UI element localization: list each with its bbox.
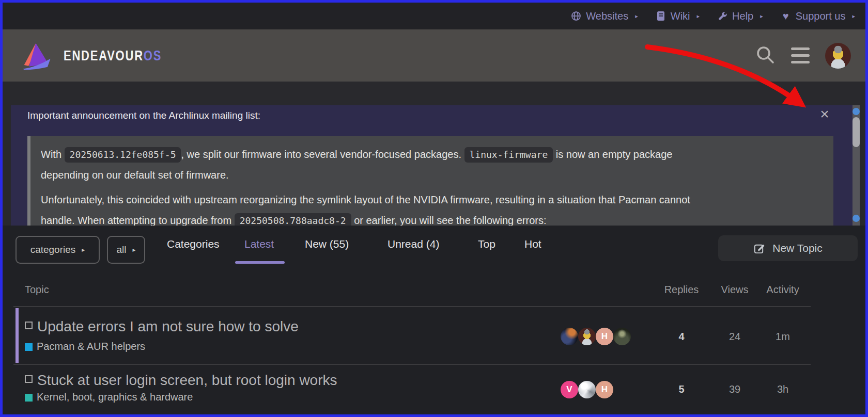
replies-count[interactable]: 5 — [661, 383, 702, 395]
scrollbar-bottom-dot[interactable] — [853, 215, 860, 222]
tags-dropdown[interactable]: all ▸ — [107, 236, 145, 264]
user-avatar[interactable] — [825, 43, 851, 69]
wiki-icon — [656, 11, 666, 21]
avatar-dark-portrait[interactable] — [613, 328, 631, 345]
close-icon[interactable]: × — [817, 106, 832, 122]
search-icon[interactable] — [755, 44, 776, 67]
categories-dropdown-label: categories — [30, 244, 76, 255]
scrollbar-thumb[interactable] — [853, 117, 860, 147]
browser-frame: Websites ▸ Wiki ▸ Help ▸ ♥ — [0, 0, 868, 417]
topic-title[interactable]: Update errors I am not sure how to solve — [37, 318, 299, 335]
categories-dropdown[interactable]: categories ▸ — [16, 236, 100, 264]
unread-indicator-bar — [16, 308, 19, 363]
row-divider — [13, 306, 811, 307]
tab-unread[interactable]: Unread (4) — [388, 238, 439, 250]
views-count: 24 — [714, 331, 755, 343]
globe-icon — [571, 11, 581, 21]
announcement-title: Important announcement on the Archlinux … — [27, 110, 260, 121]
tab-top[interactable]: Top — [478, 238, 495, 250]
toplink-label: Support us — [796, 10, 846, 22]
quote-line: depending on our default set of firmware… — [41, 165, 823, 185]
new-topic-square-icon — [25, 375, 33, 383]
banner-scrollbar-track[interactable] — [853, 105, 860, 226]
avatar-metallic-monogram[interactable] — [578, 381, 596, 398]
site-header: ENDEAVOUROS — [3, 29, 865, 82]
new-topic-square-icon — [25, 322, 33, 329]
category-label[interactable]: Pacman & AUR helpers — [37, 341, 145, 352]
new-topic-button[interactable]: New Topic — [718, 235, 858, 261]
category-badge — [25, 343, 33, 351]
toplink-label: Wiki — [671, 10, 690, 22]
quote-line: With 20250613.12fe085f-5, we split our f… — [41, 144, 823, 165]
latest-tab-underline — [235, 261, 285, 264]
avatar-fantasy-scene[interactable] — [561, 328, 578, 345]
tab-categories[interactable]: Categories — [167, 238, 220, 250]
toplink-websites[interactable]: Websites ▸ — [571, 10, 638, 22]
tab-new[interactable]: New (55) — [305, 238, 349, 250]
toplink-wiki[interactable]: Wiki ▸ — [656, 10, 700, 22]
endeavouros-logo-icon — [21, 40, 55, 71]
column-header-views[interactable]: Views — [714, 284, 755, 296]
chevron-right-icon: ▸ — [760, 13, 763, 20]
row-divider — [13, 364, 811, 365]
activity-time[interactable]: 3h — [762, 383, 803, 395]
tab-hot[interactable]: Hot — [524, 238, 541, 250]
tags-dropdown-label: all — [116, 244, 126, 255]
category-label[interactable]: Kernel, boot, graphics & hardware — [37, 391, 193, 403]
topic-title[interactable]: Stuck at user login screen, but root log… — [37, 372, 337, 389]
avatar-moe-cartoon[interactable] — [578, 328, 596, 345]
top-bar: Websites ▸ Wiki ▸ Help ▸ ♥ — [3, 3, 865, 29]
wrench-icon — [717, 11, 727, 21]
code-chip: linux-firmware — [464, 147, 553, 163]
column-header-activity[interactable]: Activity — [762, 284, 803, 296]
announcement-quote: With 20250613.12fe085f-5, we split our f… — [27, 136, 833, 226]
chevron-right-icon: ▸ — [697, 13, 700, 20]
edit-pencil-icon — [753, 243, 765, 254]
replies-count[interactable]: 4 — [661, 331, 702, 343]
code-chip: 20250508.788aadc8-2 — [235, 213, 351, 226]
column-header-replies[interactable]: Replies — [661, 284, 702, 296]
tab-latest[interactable]: Latest — [244, 238, 274, 250]
chevron-right-icon: ▸ — [635, 13, 638, 20]
toplink-help[interactable]: Help ▸ — [717, 10, 763, 22]
toplink-label: Websites — [586, 10, 628, 22]
announcement-banner: Important announcement on the Archlinux … — [11, 105, 860, 226]
avatar-letter[interactable]: H — [596, 328, 613, 345]
topic-list-area: categories ▸ all ▸ Categories Latest New… — [3, 226, 865, 417]
views-count: 39 — [714, 383, 755, 395]
column-header-topic: Topic — [25, 284, 49, 296]
quote-line: handle. When attempting to upgrade from … — [41, 210, 823, 226]
activity-time[interactable]: 1m — [762, 331, 803, 343]
hamburger-menu-icon[interactable] — [791, 47, 810, 63]
toplink-label: Help — [732, 10, 753, 22]
quote-line: Unfortunately, this coincided with upstr… — [41, 189, 823, 210]
chevron-right-icon: ▸ — [82, 246, 85, 253]
avatar-letter[interactable]: V — [561, 381, 578, 398]
avatar-letter[interactable]: H — [596, 381, 613, 398]
code-chip: 20250613.12fe085f-5 — [65, 147, 181, 163]
brand-wordmark: ENDEAVOUROS — [64, 47, 162, 63]
new-topic-label: New Topic — [772, 242, 823, 254]
toplink-support-us[interactable]: ♥ Support us ▸ — [781, 10, 855, 22]
chevron-right-icon: ▸ — [852, 13, 855, 20]
endeavouros-logo[interactable]: ENDEAVOUROS — [21, 40, 175, 71]
category-badge — [25, 394, 33, 402]
chevron-right-icon: ▸ — [132, 246, 135, 253]
heart-icon: ♥ — [781, 11, 791, 21]
scrollbar-top-dot[interactable] — [853, 108, 860, 115]
